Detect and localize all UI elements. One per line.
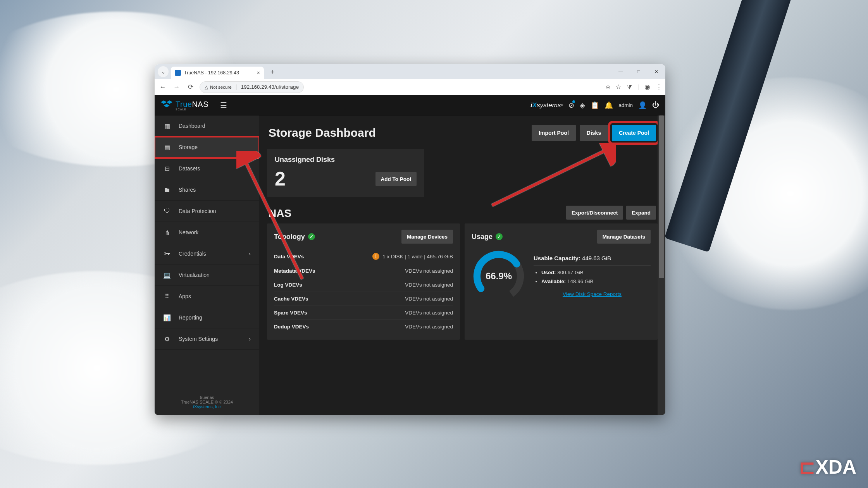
manage-datasets-button[interactable]: Manage Datasets (597, 230, 651, 244)
sidebar-item-label: Data Protection (179, 208, 216, 214)
unassigned-count: 2 (275, 168, 286, 190)
sidebar-item-label: Storage (179, 144, 198, 150)
sidebar-item-label: Network (179, 229, 198, 235)
storage-icon: ▤ (163, 144, 171, 151)
expand-button[interactable]: Expand (626, 206, 656, 220)
truecommand-icon[interactable]: ◈ (580, 101, 585, 110)
usage-card: Usage✓ Manage Datasets 66.9% (465, 223, 658, 340)
available-row: Available: 148.96 GiB (541, 278, 651, 284)
window-minimize-button[interactable]: ― (612, 64, 630, 79)
sidebar-item-label: System Settings (179, 336, 218, 342)
sidebar-item-shares[interactable]: 🖿Shares (155, 179, 259, 201)
create-pool-button[interactable]: Create Pool (612, 125, 656, 141)
check-icon: ✓ (308, 233, 315, 240)
extensions-icon[interactable]: ⧩ (627, 83, 632, 91)
sidebar-item-credentials[interactable]: 🗝Credentials› (155, 243, 259, 265)
nav-forward-button[interactable]: → (172, 83, 182, 91)
tab-search-button[interactable]: ⌄ (158, 66, 169, 77)
sidebar-item-label: Virtualization (179, 272, 210, 278)
browser-tab[interactable]: TrueNAS - 192.168.29.43 × (171, 67, 264, 79)
sidebar-item-apps[interactable]: ⠿Apps (155, 286, 259, 307)
sidebar-toggle-button[interactable]: ☰ (220, 101, 227, 110)
new-tab-button[interactable]: + (267, 67, 278, 77)
topology-card: Topology✓ Manage Devices Data VDEVs!1 x … (267, 223, 460, 340)
warning-icon: ! (372, 253, 379, 260)
sidebar-item-system-settings[interactable]: ⚙System Settings› (155, 328, 259, 350)
import-pool-button[interactable]: Import Pool (532, 125, 576, 141)
browser-menu-icon[interactable]: ⋮ (656, 83, 662, 91)
tab-title: TrueNAS - 192.168.29.43 (184, 70, 239, 76)
svg-marker-0 (161, 100, 167, 104)
topology-row: Cache VDEVsVDEVs not assigned (274, 292, 453, 306)
alerts-icon[interactable]: 🔔 (604, 101, 613, 110)
url-text: 192.168.29.43/ui/storage (241, 84, 299, 90)
chevron-right-icon: › (249, 336, 251, 342)
sidebar-item-label: Shares (179, 187, 196, 193)
sidebar-item-data-protection[interactable]: 🛡Data Protection (155, 201, 259, 222)
add-to-pool-button[interactable]: Add To Pool (375, 172, 417, 186)
manage-devices-button[interactable]: Manage Devices (401, 230, 453, 244)
topology-title: Topology (274, 233, 305, 241)
sidebar-item-label: Datasets (179, 165, 200, 172)
window-close-button[interactable]: ✕ (648, 64, 665, 79)
topology-row: Data VDEVs!1 x DISK | 1 wide | 465.76 Gi… (274, 249, 453, 264)
scrollbar[interactable] (658, 115, 665, 415)
unassigned-title: Unassigned Disks (275, 156, 417, 164)
power-icon[interactable]: ⏻ (652, 101, 659, 109)
xda-watermark: ⊏XDA (799, 456, 856, 478)
topology-row: Spare VDEVsVDEVs not assigned (274, 306, 453, 320)
topology-row: Metadata VDEVsVDEVs not assigned (274, 264, 453, 278)
page-title: Storage Dashboard (269, 126, 376, 139)
ixsystems-link[interactable]: iXsystems, Inc (155, 404, 259, 409)
usage-donut: 66.9% (472, 249, 526, 303)
usage-percent: 66.9% (472, 249, 526, 303)
tab-favicon (175, 70, 181, 76)
sidebar-item-virtualization[interactable]: 💻Virtualization (155, 265, 259, 286)
not-secure-badge: Not secure (205, 84, 232, 90)
key-icon: 🗝 (163, 250, 171, 257)
topology-row: Dedup VDEVsVDEVs not assigned (274, 320, 453, 333)
window-maximize-button[interactable]: □ (630, 64, 648, 79)
address-bar: ← → ⟳ Not secure | 192.168.29.43/ui/stor… (155, 79, 665, 95)
profile-icon[interactable]: ◉ (644, 83, 650, 91)
sidebar-item-datasets[interactable]: ⊟Datasets (155, 158, 259, 179)
sidebar-item-label: Apps (179, 293, 191, 299)
sidebar-item-dashboard[interactable]: ▦Dashboard (155, 115, 259, 137)
usable-capacity-row: Usable Capacity: 449.63 GiB (534, 255, 651, 266)
export-disconnect-button[interactable]: Export/Disconnect (566, 206, 623, 220)
nav-reload-button[interactable]: ⟳ (186, 83, 196, 91)
ix-logo: iX systems® (530, 101, 563, 109)
app-logo[interactable]: TrueNAS SCALE (161, 100, 208, 111)
unassigned-disks-card: Unassigned Disks 2 Add To Pool (267, 149, 424, 197)
app-header: TrueNAS SCALE ☰ iX systems® ⊘ ◈ 📋 🔔 admi… (155, 95, 665, 115)
gear-icon: ⚙ (163, 335, 171, 343)
svg-marker-2 (164, 104, 170, 107)
browser-tab-strip: ⌄ TrueNAS - 192.168.29.43 × + ― □ ✕ (155, 64, 665, 79)
sidebar-footer: truenas TrueNAS SCALE ® © 2024 iXsystems… (155, 389, 259, 415)
status-icon[interactable]: ⊘ (568, 101, 574, 110)
user-menu-icon[interactable]: 👤 (638, 101, 647, 110)
shield-icon: 🛡 (163, 208, 171, 215)
nav-back-button[interactable]: ← (158, 83, 168, 91)
topology-row: Log VDEVsVDEVs not assigned (274, 278, 453, 292)
sidebar-item-reporting[interactable]: 📊Reporting (155, 307, 259, 328)
sidebar-item-label: Reporting (179, 314, 202, 321)
bookmark-icon[interactable]: ☆ (615, 83, 621, 91)
chart-icon: 📊 (163, 314, 171, 321)
pool-name: NAS (259, 207, 301, 220)
username-label: admin (618, 102, 633, 108)
sidebar-item-network[interactable]: ⋔Network (155, 222, 259, 243)
disks-button[interactable]: Disks (580, 125, 608, 141)
check-icon: ✓ (496, 233, 503, 240)
sidebar: ▦Dashboard ▤Storage ⊟Datasets 🖿Shares 🛡D… (155, 115, 259, 415)
usage-title: Usage (472, 233, 493, 241)
credential-icon[interactable]: ⍟ (606, 83, 610, 91)
close-tab-icon[interactable]: × (257, 70, 260, 76)
sidebar-item-storage[interactable]: ▤Storage (155, 137, 259, 158)
network-icon: ⋔ (163, 229, 171, 236)
datasets-icon: ⊟ (163, 165, 171, 172)
laptop-icon: 💻 (163, 271, 171, 279)
view-disk-space-reports-link[interactable]: View Disk Space Reports (563, 291, 622, 297)
jobs-icon[interactable]: 📋 (591, 101, 599, 110)
omnibox[interactable]: Not secure | 192.168.29.43/ui/storage (200, 81, 304, 93)
